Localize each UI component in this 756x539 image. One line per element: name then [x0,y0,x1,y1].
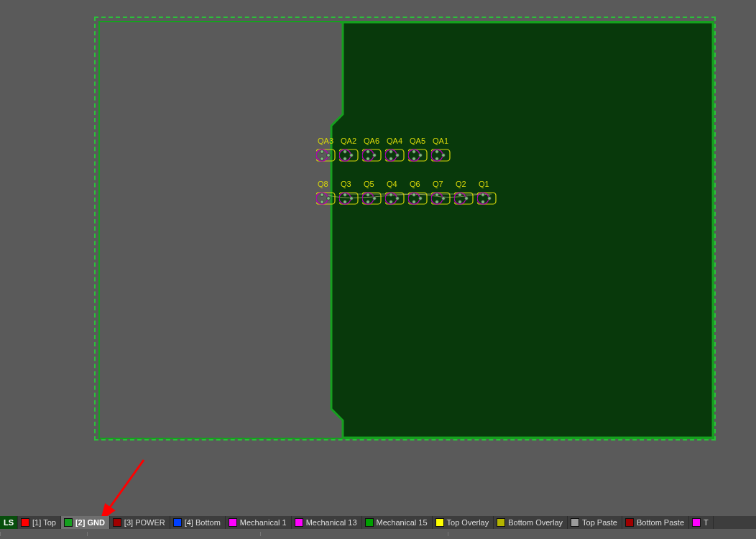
status-bar [0,529,756,539]
layer-tab-3[interactable]: [4] Bottom [170,516,226,529]
svg-point-28 [321,201,324,204]
svg-point-43 [412,193,416,197]
layer-swatch [497,518,505,527]
layer-tab-10[interactable]: Bottom Paste [622,516,689,529]
designator-Q5: Q5 [364,180,374,188]
layer-tab-9[interactable]: Top Paste [568,516,622,529]
component-Q3[interactable] [339,190,359,207]
svg-point-57 [488,197,492,201]
component-Q4[interactable] [385,190,405,207]
svg-point-24 [435,157,439,161]
layer-label: [4] Bottom [185,518,221,527]
layer-label: Top Paste [582,518,617,527]
svg-point-16 [389,157,393,161]
component-Q5[interactable] [362,190,382,207]
component-QA5[interactable] [408,147,428,164]
svg-point-36 [367,201,370,204]
layer-tab-6[interactable]: Mechanical 15 [362,516,433,529]
svg-point-41 [396,197,400,201]
svg-point-12 [367,157,370,161]
component-QA6[interactable] [362,147,382,164]
svg-point-17 [396,154,400,157]
designator-QA1: QA1 [433,137,448,145]
layer-swatch [692,518,701,527]
layer-label: Mechanical 13 [306,518,357,527]
svg-point-33 [350,197,354,201]
svg-point-19 [412,150,416,154]
component-Q1[interactable] [477,190,497,207]
svg-point-23 [435,150,439,154]
designator-Q7: Q7 [433,180,443,188]
layer-tab-4[interactable]: Mechanical 1 [226,516,292,529]
designator-Q4: Q4 [387,180,397,188]
component-QA2[interactable] [339,147,359,164]
layer-label: [2] GND [75,518,105,527]
svg-point-13 [373,154,377,157]
layer-label: Mechanical 1 [240,518,287,527]
designator-Q8: Q8 [318,180,328,188]
svg-point-51 [458,193,462,197]
component-QA3[interactable] [316,147,336,164]
layer-swatch [21,518,29,527]
layer-tab-1[interactable]: [2] GND [61,516,110,529]
designator-QA4: QA4 [387,137,402,145]
layer-swatch [435,518,444,527]
svg-point-44 [412,201,416,204]
designator-QA5: QA5 [410,137,425,145]
component-QA4[interactable] [385,147,405,164]
svg-point-32 [344,201,347,204]
svg-point-52 [458,201,462,204]
svg-point-5 [327,154,331,157]
layer-tab-5[interactable]: Mechanical 13 [292,516,362,529]
svg-point-21 [419,154,423,157]
layer-tab-11[interactable]: T [689,516,714,529]
layer-label: T [704,518,709,527]
pcb-canvas[interactable]: QA3 QA2 QA6 QA4 QA5 QA1 Q8 Q3 Q5 Q4 Q6 [0,0,756,516]
svg-point-53 [465,197,469,201]
svg-point-49 [442,197,446,201]
layer-swatch [64,518,73,527]
svg-point-25 [442,154,446,157]
component-QA1[interactable] [431,147,451,164]
svg-point-9 [350,154,354,157]
svg-point-4 [321,157,324,161]
layer-set-button[interactable]: LS [0,516,18,529]
component-Q7[interactable] [431,190,451,207]
svg-point-20 [412,157,416,161]
svg-point-45 [419,197,423,201]
svg-point-40 [389,201,393,204]
designator-Q6: Q6 [410,180,420,188]
svg-point-56 [481,201,485,204]
svg-point-35 [367,193,370,197]
component-Q6[interactable] [408,190,428,207]
ls-label: LS [4,518,14,527]
svg-point-11 [367,150,370,154]
designator-QA2: QA2 [341,137,356,145]
svg-point-37 [373,197,377,201]
layer-tabs-bar: LS [1] Top[2] GND[3] POWER[4] BottomMech… [0,516,756,529]
layer-swatch [295,518,303,527]
layer-swatch [365,518,374,527]
svg-point-15 [389,150,393,154]
layer-tab-2[interactable]: [3] POWER [110,516,170,529]
layer-tab-0[interactable]: [1] Top [18,516,61,529]
layer-label: [1] Top [32,518,56,527]
designator-Q2: Q2 [456,180,466,188]
svg-point-27 [321,193,324,197]
layer-tab-7[interactable]: Top Overlay [433,516,494,529]
layer-swatch [229,518,237,527]
layer-label: Bottom Overlay [508,518,563,527]
net-lines [0,0,756,539]
designator-QA6: QA6 [364,137,379,145]
layer-swatch [113,518,121,527]
designator-Q1: Q1 [479,180,489,188]
svg-point-7 [344,150,347,154]
svg-point-48 [435,201,439,204]
svg-point-31 [344,193,347,197]
svg-point-55 [481,193,485,197]
component-Q8[interactable] [316,190,336,207]
layer-tab-8[interactable]: Bottom Overlay [494,516,568,529]
layer-swatch [625,518,634,527]
component-Q2[interactable] [454,190,474,207]
designator-QA3: QA3 [318,137,333,145]
